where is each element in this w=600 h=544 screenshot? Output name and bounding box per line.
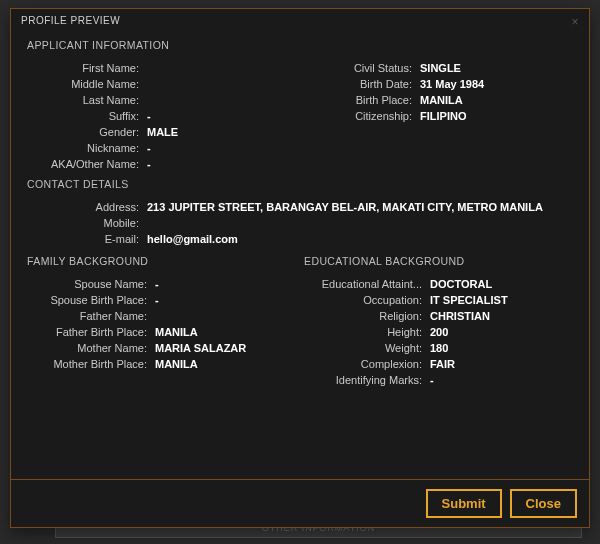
close-button[interactable]: Close bbox=[510, 489, 577, 518]
family-edu-columns: Spouse Name:- Spouse Birth Place:- Fathe… bbox=[27, 277, 573, 389]
value-attainment: DOCTORAL bbox=[430, 277, 573, 293]
profile-preview-modal: PROFILE PREVIEW × APPLICANT INFORMATION … bbox=[10, 8, 590, 528]
label-spouse-birth-place: Spouse Birth Place: bbox=[27, 293, 155, 309]
modal-title: PROFILE PREVIEW bbox=[21, 15, 120, 26]
label-mother-birth-place: Mother Birth Place: bbox=[27, 357, 155, 373]
value-nickname: - bbox=[147, 141, 300, 157]
label-nickname: Nickname: bbox=[27, 141, 147, 157]
value-civil-status: SINGLE bbox=[420, 61, 573, 77]
value-spouse-birth-place: - bbox=[155, 293, 300, 309]
value-last-name bbox=[147, 93, 300, 109]
value-marks: - bbox=[430, 373, 573, 389]
modal-body: APPLICANT INFORMATION First Name: Middle… bbox=[11, 30, 589, 479]
label-father-birth-place: Father Birth Place: bbox=[27, 325, 155, 341]
value-weight: 180 bbox=[430, 341, 573, 357]
value-first-name bbox=[147, 61, 300, 77]
submit-button[interactable]: Submit bbox=[426, 489, 502, 518]
section-title-education: EDUCATIONAL BACKGROUND bbox=[296, 254, 573, 269]
label-email: E-mail: bbox=[27, 232, 147, 248]
label-religion: Religion: bbox=[300, 309, 430, 325]
label-weight: Weight: bbox=[300, 341, 430, 357]
label-address: Address: bbox=[27, 200, 147, 216]
applicant-right: Civil Status:SINGLE Birth Date:31 May 19… bbox=[300, 61, 573, 173]
label-spouse-name: Spouse Name: bbox=[27, 277, 155, 293]
value-occupation: IT SPECIALIST bbox=[430, 293, 573, 309]
value-gender: MALE bbox=[147, 125, 300, 141]
label-mobile: Mobile: bbox=[27, 216, 147, 232]
applicant-columns: First Name: Middle Name: Last Name: Suff… bbox=[27, 61, 573, 173]
education-block: Educational Attaint...DOCTORAL Occupatio… bbox=[300, 277, 573, 389]
value-email: hello@gmail.com bbox=[147, 232, 573, 248]
label-height: Height: bbox=[300, 325, 430, 341]
value-mother-birth-place: MANILA bbox=[155, 357, 300, 373]
value-birth-place: MANILA bbox=[420, 93, 573, 109]
contact-block: Address:213 JUPITER STREET, BARANGAY BEL… bbox=[27, 200, 573, 248]
family-block: Spouse Name:- Spouse Birth Place:- Fathe… bbox=[27, 277, 300, 389]
value-mother-name: MARIA SALAZAR bbox=[155, 341, 300, 357]
value-birth-date: 31 May 1984 bbox=[420, 77, 573, 93]
label-civil-status: Civil Status: bbox=[300, 61, 420, 77]
label-aka: AKA/Other Name: bbox=[27, 157, 147, 173]
value-address: 213 JUPITER STREET, BARANGAY BEL-AIR, MA… bbox=[147, 200, 573, 216]
label-mother-name: Mother Name: bbox=[27, 341, 155, 357]
label-marks: Identifying Marks: bbox=[300, 373, 430, 389]
value-aka: - bbox=[147, 157, 300, 173]
label-middle-name: Middle Name: bbox=[27, 77, 147, 93]
label-last-name: Last Name: bbox=[27, 93, 147, 109]
applicant-left: First Name: Middle Name: Last Name: Suff… bbox=[27, 61, 300, 173]
label-attainment: Educational Attaint... bbox=[300, 277, 430, 293]
label-birth-place: Birth Place: bbox=[300, 93, 420, 109]
label-father-name: Father Name: bbox=[27, 309, 155, 325]
modal-footer: Submit Close bbox=[11, 479, 589, 527]
modal-header: PROFILE PREVIEW × bbox=[11, 9, 589, 30]
close-icon[interactable]: × bbox=[567, 13, 583, 31]
value-father-birth-place: MANILA bbox=[155, 325, 300, 341]
value-citizenship: FILIPINO bbox=[420, 109, 573, 125]
value-middle-name bbox=[147, 77, 300, 93]
value-complexion: FAIR bbox=[430, 357, 573, 373]
family-edu-titles: FAMILY BACKGROUND EDUCATIONAL BACKGROUND bbox=[27, 248, 573, 277]
label-first-name: First Name: bbox=[27, 61, 147, 77]
label-birth-date: Birth Date: bbox=[300, 77, 420, 93]
label-citizenship: Citizenship: bbox=[300, 109, 420, 125]
value-spouse-name: - bbox=[155, 277, 300, 293]
value-religion: CHRISTIAN bbox=[430, 309, 573, 325]
section-title-applicant: APPLICANT INFORMATION bbox=[27, 38, 573, 53]
label-gender: Gender: bbox=[27, 125, 147, 141]
value-father-name bbox=[155, 309, 300, 325]
value-height: 200 bbox=[430, 325, 573, 341]
label-suffix: Suffix: bbox=[27, 109, 147, 125]
label-complexion: Complexion: bbox=[300, 357, 430, 373]
section-title-contact: CONTACT DETAILS bbox=[27, 177, 573, 192]
value-suffix: - bbox=[147, 109, 300, 125]
section-title-family: FAMILY BACKGROUND bbox=[27, 254, 296, 269]
label-occupation: Occupation: bbox=[300, 293, 430, 309]
value-mobile bbox=[147, 216, 573, 232]
